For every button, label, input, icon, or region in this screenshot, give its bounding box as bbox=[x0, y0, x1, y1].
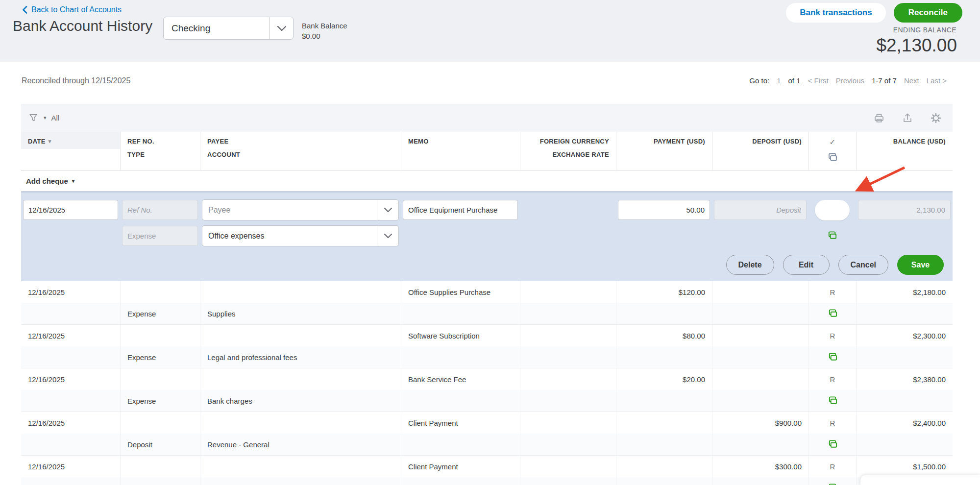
row-deposit: $900.00 bbox=[712, 412, 808, 434]
last-page-button[interactable]: Last > bbox=[927, 76, 947, 85]
row-refno bbox=[120, 281, 200, 303]
transaction-edit-row: Payee Office expenses bbox=[21, 192, 953, 281]
row-fc-empty bbox=[520, 346, 616, 368]
export-icon[interactable] bbox=[902, 112, 913, 124]
row-type: Expense bbox=[120, 390, 200, 412]
row-balance-empty bbox=[856, 434, 953, 455]
bank-transactions-button[interactable]: Bank transactions bbox=[786, 3, 885, 23]
transaction-row-line1: 12/16/2025 Client Payment $900.00 R $2,4… bbox=[21, 412, 953, 434]
deposit-input[interactable] bbox=[714, 200, 807, 220]
column-header-foreign-currency[interactable]: FOREIGN CURRENCY EXCHANGE RATE bbox=[520, 132, 616, 170]
ref-no-input[interactable] bbox=[122, 200, 198, 220]
row-memo-empty bbox=[401, 346, 520, 368]
save-button[interactable]: Save bbox=[897, 255, 944, 275]
next-page-button[interactable]: Next bbox=[904, 76, 919, 85]
payment-input[interactable] bbox=[618, 200, 710, 220]
row-payment bbox=[616, 456, 712, 477]
column-header-payee-account[interactable]: PAYEE ACCOUNT bbox=[200, 132, 401, 170]
transaction-row-line2: Expense Supplies bbox=[21, 303, 953, 324]
date-empty-cell bbox=[21, 224, 120, 247]
transaction-row-line1: 12/16/2025 Office Supplies Purchase $120… bbox=[21, 281, 953, 303]
attachment-copy-icon[interactable] bbox=[828, 396, 838, 406]
row-reconcile-status: R bbox=[830, 419, 835, 427]
column-header-balance[interactable]: BALANCE (USD) bbox=[856, 132, 953, 170]
account-select[interactable]: Checking bbox=[163, 17, 294, 40]
delete-button[interactable]: Delete bbox=[726, 255, 774, 275]
print-icon[interactable] bbox=[873, 112, 885, 124]
back-to-chart-of-accounts-link[interactable]: Back to Chart of Accounts bbox=[22, 5, 122, 14]
attachment-copy-icon[interactable] bbox=[828, 309, 838, 319]
first-page-button[interactable]: < First bbox=[808, 76, 829, 85]
column-header-date[interactable]: DATE▾ bbox=[21, 132, 120, 170]
row-balance-empty bbox=[856, 303, 953, 324]
row-type: Expense bbox=[120, 346, 200, 368]
page-number-input[interactable]: 1 bbox=[777, 76, 781, 85]
row-date-empty bbox=[21, 477, 120, 485]
column-header-memo[interactable]: MEMO bbox=[401, 132, 520, 170]
add-cheque-button[interactable]: Add cheque ▾ bbox=[21, 170, 953, 192]
transaction-row[interactable]: 12/16/2025 Software Subscription $80.00 … bbox=[21, 325, 953, 368]
reconcile-button[interactable]: Reconcile bbox=[894, 3, 962, 23]
back-link-label: Back to Chart of Accounts bbox=[31, 5, 122, 14]
row-fc-empty bbox=[520, 477, 616, 485]
filter-funnel-icon bbox=[28, 113, 39, 123]
reconcile-status-selector[interactable] bbox=[815, 200, 850, 220]
pagination: Go to: 1 of 1 < First Previous 1-7 of 7 … bbox=[749, 76, 947, 85]
row-refno bbox=[120, 456, 200, 477]
attachment-copy-icon[interactable] bbox=[828, 352, 838, 363]
date-input[interactable] bbox=[23, 200, 118, 220]
transaction-row[interactable]: 12/16/2025 Client Payment $900.00 R $2,4… bbox=[21, 412, 953, 456]
account-dropdown[interactable]: Office expenses bbox=[202, 225, 399, 246]
exchange-rate-header-label: EXCHANGE RATE bbox=[520, 149, 616, 165]
row-refno bbox=[120, 368, 200, 390]
row-balance-empty bbox=[856, 346, 953, 368]
add-cheque-caret-icon: ▾ bbox=[72, 178, 75, 184]
transaction-row-line2: Deposit Revenue - General bbox=[21, 477, 953, 485]
row-date-empty bbox=[21, 346, 120, 368]
payee-dropdown[interactable]: Payee bbox=[202, 199, 399, 220]
row-date: 12/16/2025 bbox=[21, 368, 120, 390]
row-foreign-currency bbox=[520, 281, 616, 303]
row-deposit-empty bbox=[712, 434, 808, 455]
table-filter-bar: ▾ All bbox=[21, 104, 953, 132]
row-fc-empty bbox=[520, 390, 616, 412]
edit-button[interactable]: Edit bbox=[783, 255, 830, 275]
ending-balance-value: $2,130.00 bbox=[876, 35, 957, 56]
attachment-copy-icon[interactable] bbox=[828, 439, 838, 450]
chevron-down-icon[interactable] bbox=[270, 17, 293, 39]
transaction-row[interactable]: 12/16/2025 Bank Service Fee $20.00 R $2,… bbox=[21, 368, 953, 412]
row-balance-empty bbox=[856, 390, 953, 412]
row-account: Bank charges bbox=[200, 390, 401, 412]
account-dropdown-value: Office expenses bbox=[202, 226, 377, 246]
filter-value: All bbox=[51, 114, 60, 122]
column-header-refno-type[interactable]: REF NO. TYPE bbox=[120, 132, 200, 170]
transaction-row[interactable]: 12/16/2025 Office Supplies Purchase $120… bbox=[21, 281, 953, 325]
row-range-label: 1-7 of 7 bbox=[872, 76, 897, 85]
cancel-button[interactable]: Cancel bbox=[838, 255, 888, 275]
transaction-row[interactable]: 12/16/2025 Client Payment $300.00 R $1,5… bbox=[21, 456, 953, 485]
row-deposit-empty bbox=[712, 390, 808, 412]
filter-control[interactable]: ▾ All bbox=[28, 113, 59, 123]
row-payment-empty bbox=[616, 390, 712, 412]
row-deposit bbox=[712, 368, 808, 390]
attachment-copy-icon[interactable] bbox=[828, 483, 838, 485]
payee-chevron-down-icon[interactable] bbox=[377, 200, 398, 220]
payee-placeholder: Payee bbox=[202, 200, 377, 220]
row-payment-empty bbox=[616, 303, 712, 324]
attachment-copy-icon[interactable] bbox=[827, 231, 837, 241]
refno-header-label: REF NO. bbox=[121, 132, 200, 149]
column-header-payment[interactable]: PAYMENT (USD) bbox=[616, 132, 712, 170]
column-header-deposit[interactable]: DEPOSIT (USD) bbox=[712, 132, 808, 170]
transaction-row-line1: 12/16/2025 Software Subscription $80.00 … bbox=[21, 325, 953, 346]
transaction-row-line2: Deposit Revenue - General bbox=[21, 434, 953, 455]
memo-input[interactable] bbox=[403, 200, 518, 220]
row-deposit: $300.00 bbox=[712, 456, 808, 477]
column-header-reconcile-status[interactable]: ✓ bbox=[808, 132, 856, 170]
row-payment: $80.00 bbox=[616, 325, 712, 346]
account-chevron-down-icon[interactable] bbox=[377, 226, 398, 246]
previous-page-button[interactable]: Previous bbox=[836, 76, 864, 85]
row-account: Revenue - General bbox=[200, 434, 401, 455]
settings-gear-icon[interactable] bbox=[930, 112, 942, 124]
row-date-empty bbox=[21, 434, 120, 455]
bank-balance-block: Bank Balance $0.00 bbox=[302, 21, 347, 41]
